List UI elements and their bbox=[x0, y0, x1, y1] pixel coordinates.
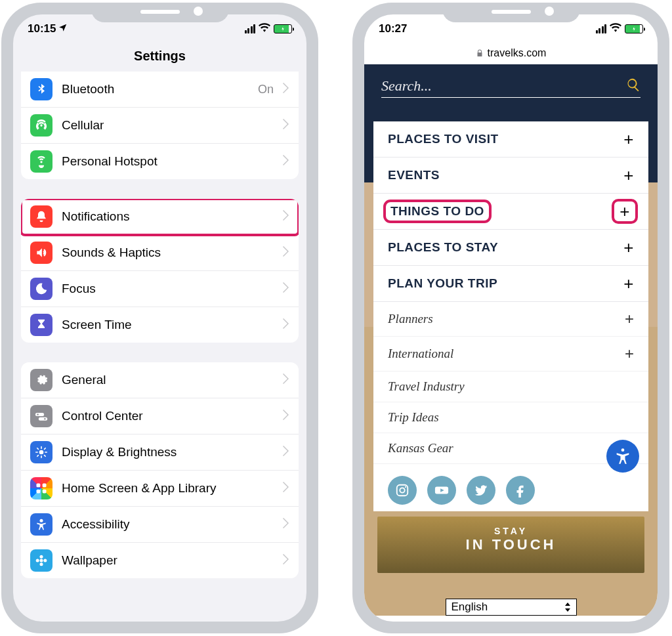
stay-in-touch-card[interactable]: STAY IN TOUCH bbox=[377, 517, 644, 573]
select-arrows-icon bbox=[564, 603, 571, 612]
chevron-right-icon bbox=[283, 318, 289, 331]
social-instagram-button[interactable] bbox=[388, 476, 417, 505]
menu-item-things-to-do[interactable]: THINGS TO DO+ bbox=[373, 194, 648, 230]
hotspot-icon bbox=[30, 150, 52, 173]
menu-label: PLAN YOUR TRIP bbox=[388, 276, 497, 291]
screen-left: 10:15 Settings BluetoothOnCellularPerson… bbox=[13, 14, 306, 622]
row-detail: On bbox=[258, 83, 274, 96]
menu-item-events[interactable]: EVENTS+ bbox=[373, 158, 648, 194]
cellular-icon bbox=[30, 114, 52, 137]
chevron-right-icon bbox=[283, 119, 289, 132]
url-bar[interactable]: travelks.com bbox=[364, 43, 658, 64]
submenu-item-travel-industry[interactable]: Travel Industry bbox=[373, 371, 648, 402]
submenu-label: International bbox=[388, 347, 453, 361]
stay-line1: STAY bbox=[390, 526, 631, 536]
twitter-icon bbox=[474, 483, 488, 498]
svg-point-5 bbox=[40, 519, 43, 522]
expand-icon[interactable]: + bbox=[616, 203, 634, 220]
settings-row-accessibility[interactable]: Accessibility bbox=[21, 507, 299, 543]
submenu-label: Travel Industry bbox=[388, 379, 465, 394]
settings-group: NotificationsSounds & HapticsFocusScreen… bbox=[21, 199, 299, 343]
social-youtube-button[interactable] bbox=[427, 476, 456, 505]
bluetooth-icon bbox=[30, 78, 52, 100]
hourglass-icon bbox=[30, 314, 52, 336]
flower-icon bbox=[30, 549, 52, 572]
social-twitter-button[interactable] bbox=[467, 476, 495, 505]
wifi-icon bbox=[259, 22, 270, 35]
svg-point-9 bbox=[36, 559, 39, 562]
svg-rect-3 bbox=[37, 490, 41, 494]
row-label: Sounds & Haptics bbox=[62, 245, 274, 260]
svg-point-12 bbox=[400, 488, 404, 492]
row-label: General bbox=[62, 373, 274, 387]
svg-rect-1 bbox=[37, 484, 41, 488]
accessibility-button[interactable] bbox=[606, 440, 639, 473]
switches-icon bbox=[30, 405, 52, 427]
svg-point-8 bbox=[40, 562, 43, 566]
nav-submenu: Planners+International+Travel IndustryTr… bbox=[373, 302, 648, 464]
settings-row-screen-time[interactable]: Screen Time bbox=[21, 307, 299, 343]
chevron-right-icon bbox=[283, 83, 289, 96]
phone-notch bbox=[442, 3, 580, 22]
bell-icon bbox=[30, 205, 52, 228]
settings-row-home-screen-app-library[interactable]: Home Screen & App Library bbox=[21, 471, 299, 507]
chevron-right-icon bbox=[283, 446, 289, 459]
youtube-icon bbox=[434, 483, 449, 498]
instagram-icon bbox=[395, 483, 410, 498]
chevron-right-icon bbox=[283, 210, 289, 223]
settings-row-wallpaper[interactable]: Wallpaper bbox=[21, 543, 299, 578]
language-select[interactable]: English bbox=[446, 599, 577, 616]
status-time: 10:27 bbox=[379, 22, 407, 35]
search-bar bbox=[364, 64, 658, 121]
expand-icon[interactable]: + bbox=[625, 345, 634, 363]
battery-charging-icon bbox=[274, 24, 292, 33]
nav-menu: PLACES TO VISIT+EVENTS+THINGS TO DO+PLAC… bbox=[373, 121, 648, 302]
submenu-label: Kansas Gear bbox=[388, 441, 453, 456]
row-label: Notifications bbox=[62, 209, 274, 224]
settings-row-cellular[interactable]: Cellular bbox=[21, 108, 299, 144]
expand-icon[interactable]: + bbox=[623, 131, 634, 148]
submenu-label: Planners bbox=[388, 312, 433, 326]
submenu-item-planners[interactable]: Planners+ bbox=[373, 302, 648, 337]
submenu-item-international[interactable]: International+ bbox=[373, 337, 648, 371]
settings-row-focus[interactable]: Focus bbox=[21, 271, 299, 307]
social-row bbox=[373, 464, 648, 511]
settings-group: GeneralControl CenterDisplay & Brightnes… bbox=[21, 362, 299, 578]
chevron-right-icon bbox=[283, 518, 289, 531]
expand-icon[interactable]: + bbox=[623, 275, 634, 292]
row-label: Screen Time bbox=[62, 318, 274, 332]
settings-row-bluetooth[interactable]: BluetoothOn bbox=[21, 72, 299, 108]
phone-left: 10:15 Settings BluetoothOnCellularPerson… bbox=[1, 3, 318, 633]
social-facebook-button[interactable] bbox=[506, 476, 535, 505]
settings-row-personal-hotspot[interactable]: Personal Hotspot bbox=[21, 144, 299, 179]
chevron-right-icon bbox=[283, 554, 289, 567]
expand-icon[interactable]: + bbox=[623, 239, 634, 256]
phone-right: 10:27 travelks.com PLACES TO VISIT+EVENT… bbox=[352, 3, 669, 633]
menu-label: THINGS TO DO bbox=[388, 204, 487, 219]
settings-row-general[interactable]: General bbox=[21, 362, 299, 398]
row-label: Focus bbox=[62, 282, 274, 296]
menu-item-plan-your-trip[interactable]: PLAN YOUR TRIP+ bbox=[373, 266, 648, 302]
search-icon[interactable] bbox=[626, 77, 640, 95]
settings-row-display-brightness[interactable]: Display & Brightness bbox=[21, 435, 299, 471]
menu-label: PLACES TO VISIT bbox=[388, 132, 499, 146]
search-input[interactable] bbox=[381, 77, 626, 95]
menu-item-places-to-visit[interactable]: PLACES TO VISIT+ bbox=[373, 121, 648, 158]
menu-item-places-to-stay[interactable]: PLACES TO STAY+ bbox=[373, 230, 648, 266]
signal-icon bbox=[245, 24, 256, 33]
page-body: PLACES TO VISIT+EVENTS+THINGS TO DO+PLAC… bbox=[364, 64, 658, 616]
settings-row-sounds-haptics[interactable]: Sounds & Haptics bbox=[21, 235, 299, 271]
location-arrow-icon bbox=[58, 22, 68, 35]
expand-icon[interactable]: + bbox=[625, 310, 634, 328]
svg-point-7 bbox=[40, 555, 43, 559]
expand-icon[interactable]: + bbox=[623, 167, 634, 184]
svg-point-14 bbox=[621, 448, 625, 452]
menu-label: EVENTS bbox=[388, 168, 440, 182]
settings-row-control-center[interactable]: Control Center bbox=[21, 398, 299, 435]
chevron-right-icon bbox=[283, 410, 289, 423]
gear-icon bbox=[30, 369, 52, 391]
submenu-item-trip-ideas[interactable]: Trip Ideas bbox=[373, 402, 648, 433]
settings-row-notifications[interactable]: Notifications bbox=[21, 199, 299, 235]
submenu-label: Trip Ideas bbox=[388, 410, 439, 425]
signal-icon bbox=[596, 24, 607, 33]
